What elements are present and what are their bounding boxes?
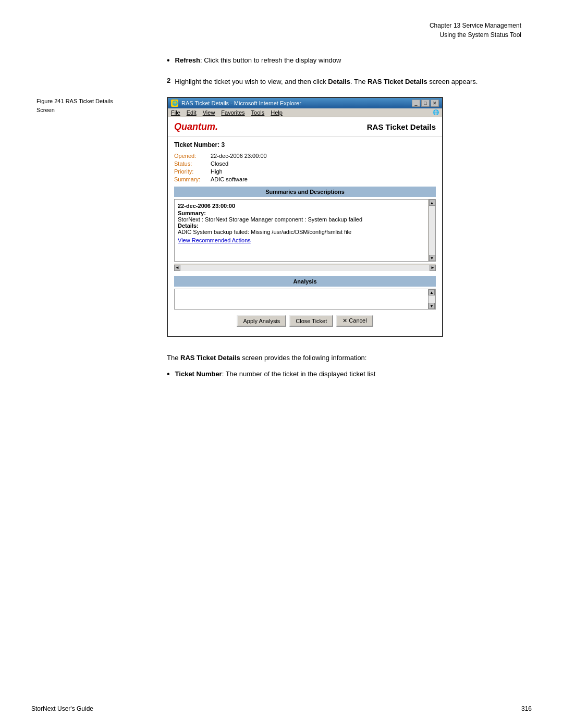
menu-help[interactable]: Help — [271, 109, 283, 116]
close-ticket-button[interactable]: Close Ticket — [289, 315, 333, 327]
bottom-bullet-text: Ticket Number: The number of the ticket … — [175, 369, 376, 379]
details-text: ADIC System backup failed: Missing /usr/… — [178, 229, 425, 235]
ie-content: Quantum. RAS Ticket Details Ticket Numbe… — [168, 117, 442, 336]
value-opened: 22-dec-2006 23:00:00 — [211, 153, 267, 159]
scroll-left-arrow[interactable]: ◄ — [174, 265, 180, 271]
ie-title: RAS Ticket Details - Microsoft Internet … — [181, 100, 301, 106]
bottom-text: The RAS Ticket Details screen provides t… — [167, 353, 532, 380]
view-recommended-actions-link[interactable]: View Recommended Actions — [178, 237, 251, 243]
summary-text: StorNext : StorNext Storage Manager comp… — [178, 216, 425, 223]
bullet-section: • Refresh: Click this button to refresh … — [167, 55, 532, 66]
step-2: 2 Highlight the ticket you wish to view,… — [167, 77, 532, 87]
ras-page-title: RAS Ticket Details — [367, 122, 436, 131]
ie-logo-icon: 🌐 — [433, 109, 439, 116]
bullet-text-refresh: Refresh: Click this button to refresh th… — [175, 55, 341, 66]
apply-analysis-button[interactable]: Apply Analysis — [237, 315, 286, 327]
cancel-button[interactable]: ✕ Cancel — [336, 315, 373, 327]
label-summary: Summary: — [174, 176, 211, 182]
step-number: 2 — [167, 77, 170, 84]
ras-header: Quantum. RAS Ticket Details — [168, 117, 442, 137]
maximize-button[interactable]: □ — [421, 100, 430, 107]
footer-right: 316 — [521, 705, 532, 712]
scroll-up-arrow[interactable]: ▲ — [429, 200, 435, 206]
analysis-scrollbar[interactable]: ▲ ▼ — [428, 289, 435, 309]
scroll-track-v — [429, 206, 435, 255]
menu-view[interactable]: View — [203, 109, 215, 116]
figure-label: Figure 241 RAS Ticket Details Screen — [36, 97, 141, 114]
quantum-logo: Quantum. — [174, 121, 218, 132]
scroll-right-arrow[interactable]: ► — [430, 265, 436, 271]
ticket-number: Ticket Number: 3 — [174, 141, 436, 149]
details-row: Details: — [178, 223, 425, 229]
label-status: Status: — [174, 161, 211, 167]
ie-titlebar-controls[interactable]: _ □ ✕ — [412, 100, 439, 107]
step-text: Highlight the ticket you wish to view, a… — [175, 77, 478, 87]
analysis-scroll-up[interactable]: ▲ — [429, 289, 435, 295]
bottom-bullet-dot: • — [167, 369, 170, 380]
menu-file[interactable]: File — [171, 109, 180, 116]
ie-titlebar-left: 🌐 RAS Ticket Details - Microsoft Interne… — [171, 100, 301, 107]
bottom-paragraph: The RAS Ticket Details screen provides t… — [167, 353, 532, 364]
details-label: Details: — [178, 223, 199, 229]
figure-241-wrapper: Figure 241 RAS Ticket Details Screen 🌐 R… — [167, 97, 532, 337]
summary-row: Summary: — [178, 210, 425, 216]
minimize-button[interactable]: _ — [412, 100, 420, 107]
footer-left: StorNext User's Guide — [31, 705, 93, 712]
value-status: Closed — [211, 161, 228, 167]
menu-tools[interactable]: Tools — [251, 109, 265, 116]
label-opened: Opened: — [174, 153, 211, 159]
chapter-title: Chapter 13 Service Management — [0, 21, 521, 30]
field-priority: Priority: High — [174, 168, 436, 175]
analysis-box[interactable]: ▲ ▼ — [174, 289, 436, 310]
figure-label-line2: Screen — [36, 106, 141, 115]
bullet-item-refresh: • Refresh: Click this button to refresh … — [167, 55, 532, 66]
ticket-number-term: Ticket Number — [175, 370, 222, 378]
summary-box: 22-dec-2006 23:00:00 Summary: StorNext :… — [174, 199, 436, 262]
ie-window: 🌐 RAS Ticket Details - Microsoft Interne… — [167, 97, 443, 337]
label-priority: Priority: — [174, 168, 211, 175]
analysis-scroll-down[interactable]: ▼ — [429, 303, 435, 309]
ras-ticket-details-bold: RAS Ticket Details — [368, 78, 427, 85]
menu-edit[interactable]: Edit — [187, 109, 197, 116]
field-summary: Summary: ADIC software — [174, 176, 436, 182]
bullet-dot: • — [167, 55, 170, 66]
ie-icon: 🌐 — [171, 100, 178, 107]
field-opened: Opened: 22-dec-2006 23:00:00 — [174, 153, 436, 159]
ie-menubar: File Edit View Favorites Tools Help 🌐 — [168, 108, 442, 117]
ie-titlebar: 🌐 RAS Ticket Details - Microsoft Interne… — [168, 98, 442, 108]
ras-bold-ref: RAS Ticket Details — [180, 354, 240, 362]
analysis-scroll-track — [429, 295, 435, 303]
menu-favorites[interactable]: Favorites — [221, 109, 244, 116]
bottom-bullet-item: • Ticket Number: The number of the ticke… — [167, 369, 532, 380]
button-row: Apply Analysis Close Ticket ✕ Cancel — [174, 315, 436, 327]
summary-scrollbar-v[interactable]: ▲ ▼ — [428, 200, 435, 261]
page-footer: StorNext User's Guide 316 — [31, 705, 532, 712]
details-bold: Details — [328, 78, 350, 85]
analysis-header: Analysis — [174, 276, 436, 287]
close-button[interactable]: ✕ — [431, 100, 439, 107]
figure-label-line1: Figure 241 RAS Ticket Details — [36, 97, 141, 106]
summary-scrollbar-h[interactable]: ◄ ► — [174, 264, 436, 271]
ras-body: Ticket Number: 3 Opened: 22-dec-2006 23:… — [168, 137, 442, 336]
value-summary: ADIC software — [211, 176, 248, 182]
refresh-term: Refresh — [175, 56, 200, 64]
summary-label: Summary: — [178, 210, 206, 216]
view-link-row: View Recommended Actions — [178, 237, 425, 243]
summary-date: 22-dec-2006 23:00:00 — [178, 203, 425, 209]
scroll-down-arrow[interactable]: ▼ — [429, 255, 435, 261]
field-status: Status: Closed — [174, 161, 436, 167]
refresh-desc: : Click this button to refresh the displ… — [200, 56, 341, 64]
scroll-track-h — [180, 265, 430, 271]
section-title: Using the System Status Tool — [0, 30, 521, 40]
value-priority: High — [211, 168, 223, 175]
summaries-header: Summaries and Descriptions — [174, 187, 436, 197]
page-header: Chapter 13 Service Management Using the … — [0, 21, 563, 40]
